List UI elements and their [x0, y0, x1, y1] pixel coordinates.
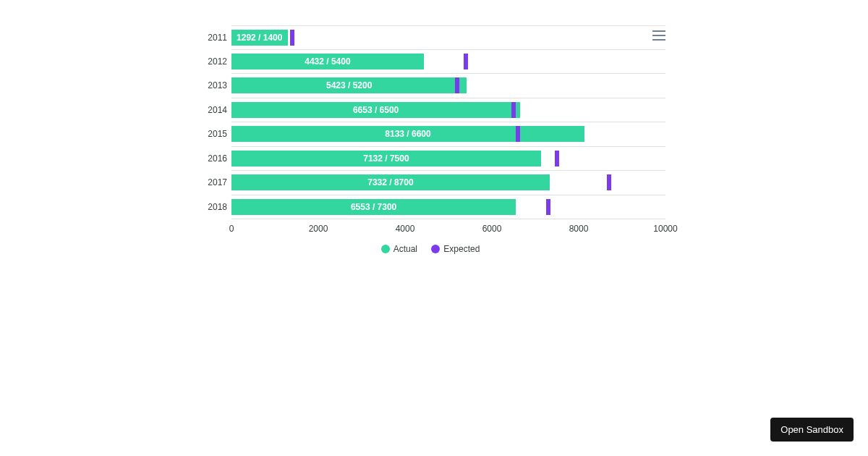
bar-expected-marker[interactable]	[290, 30, 294, 46]
bar-data-label: 5423 / 5200	[231, 77, 467, 93]
legend: Actual Expected	[195, 244, 665, 256]
legend-item-expected[interactable]: Expected	[431, 244, 480, 254]
bar-expected-marker[interactable]	[555, 151, 559, 166]
chart-row: 20146653 / 6500	[231, 98, 665, 123]
bar-data-label: 1292 / 1400	[231, 30, 288, 46]
bar-data-label: 8133 / 6600	[231, 126, 584, 142]
open-sandbox-button[interactable]: Open Sandbox	[770, 418, 854, 442]
chart-row: 20111292 / 1400	[231, 25, 665, 50]
bar-expected-marker[interactable]	[607, 174, 611, 190]
plot-area: 20111292 / 140020124432 / 540020135423 /…	[231, 25, 665, 221]
x-axis-tick: 2000	[309, 224, 328, 234]
legend-item-actual[interactable]: Actual	[381, 244, 417, 254]
x-axis-tick: 0	[229, 224, 234, 234]
bar-expected-marker[interactable]	[464, 54, 468, 69]
bar-data-label: 7132 / 7500	[231, 151, 541, 166]
chart-row: 20186553 / 7300	[231, 195, 665, 220]
y-axis-label: 2013	[195, 74, 227, 98]
legend-label-actual: Actual	[393, 244, 417, 254]
x-axis: 0200040006000800010000	[231, 221, 665, 234]
y-axis-label: 2016	[195, 147, 227, 171]
y-axis-label: 2017	[195, 171, 227, 195]
open-sandbox-label: Open Sandbox	[780, 424, 843, 435]
bar-data-label: 6553 / 7300	[231, 199, 516, 215]
y-axis-label: 2011	[195, 26, 227, 50]
y-axis-label: 2012	[195, 50, 227, 74]
bullet-chart: 20111292 / 140020124432 / 540020135423 /…	[195, 25, 665, 279]
x-axis-tick: 8000	[569, 224, 589, 234]
chart-row: 20167132 / 7500	[231, 147, 665, 172]
x-axis-tick: 10000	[653, 224, 677, 234]
chart-row: 20177332 / 8700	[231, 171, 665, 195]
legend-swatch-actual	[381, 245, 390, 253]
bar-data-label: 4432 / 5400	[231, 54, 424, 69]
legend-label-expected: Expected	[443, 244, 480, 254]
chart-row: 20135423 / 5200	[231, 74, 665, 98]
bar-expected-marker[interactable]	[516, 126, 520, 142]
bar-expected-marker[interactable]	[455, 77, 459, 93]
bar-data-label: 7332 / 8700	[231, 174, 550, 190]
bar-expected-marker[interactable]	[511, 102, 516, 118]
legend-swatch-expected	[431, 245, 440, 253]
bar-expected-marker[interactable]	[546, 199, 550, 215]
x-axis-tick: 4000	[396, 224, 415, 234]
y-axis-label: 2014	[195, 98, 227, 122]
y-axis-label: 2018	[195, 195, 227, 219]
bar-data-label: 6653 / 6500	[231, 102, 520, 118]
x-axis-tick: 6000	[482, 224, 502, 234]
y-axis-label: 2015	[195, 122, 227, 146]
chart-row: 20158133 / 6600	[231, 122, 665, 147]
chart-row: 20124432 / 5400	[231, 50, 665, 75]
